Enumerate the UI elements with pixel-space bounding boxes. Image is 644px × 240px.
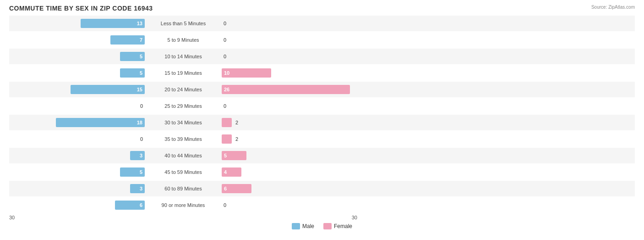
female-bar bbox=[222, 134, 232, 144]
row-label: Less than 5 Minutes bbox=[147, 21, 220, 26]
source-text: Source: ZipAtlas.com bbox=[591, 5, 635, 10]
male-zero-label: 0 bbox=[140, 103, 143, 109]
male-bar: 3 bbox=[130, 184, 145, 193]
male-section: 5 bbox=[9, 65, 147, 81]
female-section: 4 bbox=[220, 164, 357, 180]
female-zero-label: 0 bbox=[224, 202, 226, 208]
male-bar: 5 bbox=[120, 52, 145, 61]
row-label: 60 to 89 Minutes bbox=[147, 186, 220, 191]
table-row: 3 40 to 44 Minutes 5 bbox=[9, 148, 635, 163]
female-value-inside: 10 bbox=[222, 70, 232, 76]
axis-right: 30 bbox=[220, 215, 357, 220]
male-section: 3 bbox=[9, 148, 147, 163]
female-section: 0 bbox=[220, 197, 357, 213]
table-row: 5 15 to 19 Minutes 10 bbox=[9, 65, 635, 81]
chart-title: COMMUTE TIME BY SEX IN ZIP CODE 16943 bbox=[9, 5, 635, 12]
row-label: 10 to 14 Minutes bbox=[147, 54, 220, 59]
axis-left-value: 30 bbox=[9, 215, 15, 220]
female-zero-label: 0 bbox=[224, 21, 226, 26]
table-row: 0 25 to 29 Minutes 0 bbox=[9, 98, 635, 114]
male-section: 15 bbox=[9, 82, 147, 97]
male-section: 5 bbox=[9, 164, 147, 180]
female-section: 10 bbox=[220, 65, 357, 81]
row-label: 30 to 34 Minutes bbox=[147, 120, 220, 125]
table-row: 18 30 to 34 Minutes 2 bbox=[9, 115, 635, 130]
female-section: 5 bbox=[220, 148, 357, 163]
row-label: 35 to 39 Minutes bbox=[147, 136, 220, 142]
male-bar: 3 bbox=[130, 151, 145, 160]
axis-left: 30 bbox=[9, 215, 147, 220]
female-section: 26 bbox=[220, 82, 357, 97]
male-bar: 5 bbox=[120, 167, 145, 177]
male-value-inside: 18 bbox=[135, 120, 145, 125]
male-section: 3 bbox=[9, 181, 147, 196]
female-value-label: 2 bbox=[235, 120, 238, 125]
table-row: 7 5 to 9 Minutes 0 bbox=[9, 32, 635, 48]
male-section: 7 bbox=[9, 32, 147, 48]
table-row: 6 90 or more Minutes 0 bbox=[9, 197, 635, 213]
female-zero-label: 0 bbox=[224, 37, 226, 43]
table-row: 13 Less than 5 Minutes 0 bbox=[9, 16, 635, 31]
axis-row: 30 30 bbox=[9, 215, 635, 220]
female-bar: 26 bbox=[222, 85, 350, 94]
legend-male: Male bbox=[292, 223, 314, 229]
male-value-inside: 13 bbox=[135, 21, 145, 26]
female-section: 0 bbox=[220, 49, 357, 64]
female-bar bbox=[222, 118, 232, 127]
table-row: 5 10 to 14 Minutes 0 bbox=[9, 49, 635, 64]
row-label: 25 to 29 Minutes bbox=[147, 103, 220, 109]
female-value-inside: 6 bbox=[222, 186, 229, 191]
male-section: 18 bbox=[9, 115, 147, 130]
female-section: 2 bbox=[220, 115, 357, 130]
male-value-inside: 5 bbox=[137, 169, 145, 175]
table-row: 5 45 to 59 Minutes 4 bbox=[9, 164, 635, 180]
male-value-inside: 3 bbox=[137, 186, 145, 191]
legend: Male Female bbox=[9, 223, 635, 229]
female-bar: 10 bbox=[222, 68, 271, 78]
row-label: 20 to 24 Minutes bbox=[147, 87, 220, 92]
female-value-inside: 26 bbox=[222, 87, 232, 92]
male-bar: 13 bbox=[81, 19, 145, 28]
legend-male-color bbox=[292, 223, 300, 229]
axis-right-value: 30 bbox=[352, 215, 357, 220]
male-value-inside: 15 bbox=[135, 87, 145, 92]
female-section: 0 bbox=[220, 16, 357, 31]
table-row: 0 35 to 39 Minutes 2 bbox=[9, 131, 635, 147]
legend-male-label: Male bbox=[302, 223, 314, 229]
female-zero-label: 0 bbox=[224, 54, 226, 59]
male-zero-label: 0 bbox=[140, 136, 143, 142]
legend-female-label: Female bbox=[334, 223, 352, 229]
male-section: 5 bbox=[9, 49, 147, 64]
legend-female: Female bbox=[323, 223, 352, 229]
male-section: 0 bbox=[9, 98, 147, 114]
female-bar: 4 bbox=[222, 167, 241, 177]
table-row: 15 20 to 24 Minutes 26 bbox=[9, 82, 635, 97]
male-bar: 7 bbox=[110, 35, 145, 45]
male-value-inside: 7 bbox=[137, 37, 145, 43]
male-value-inside: 5 bbox=[137, 54, 145, 59]
female-bar: 5 bbox=[222, 151, 246, 160]
female-zero-label: 0 bbox=[224, 103, 226, 109]
bars-area: 13 Less than 5 Minutes 0 7 5 bbox=[9, 16, 635, 213]
male-bar: 18 bbox=[56, 118, 145, 127]
chart-container: COMMUTE TIME BY SEX IN ZIP CODE 16943 So… bbox=[0, 0, 644, 240]
row-label: 15 to 19 Minutes bbox=[147, 70, 220, 76]
female-section: 6 bbox=[220, 181, 357, 196]
male-value-inside: 6 bbox=[137, 202, 145, 208]
female-value-inside: 4 bbox=[222, 169, 229, 175]
male-value-inside: 5 bbox=[137, 70, 145, 76]
row-label: 45 to 59 Minutes bbox=[147, 169, 220, 175]
female-section: 0 bbox=[220, 98, 357, 114]
male-section: 6 bbox=[9, 197, 147, 213]
female-value-label: 2 bbox=[235, 136, 238, 142]
male-bar: 6 bbox=[115, 201, 145, 210]
row-label: 90 or more Minutes bbox=[147, 202, 220, 208]
male-value-inside: 3 bbox=[137, 153, 145, 158]
table-row: 3 60 to 89 Minutes 6 bbox=[9, 181, 635, 196]
row-label: 40 to 44 Minutes bbox=[147, 153, 220, 158]
male-bar: 15 bbox=[71, 85, 145, 94]
female-bar: 6 bbox=[222, 184, 251, 193]
female-section: 0 bbox=[220, 32, 357, 48]
male-section: 13 bbox=[9, 16, 147, 31]
female-value-inside: 5 bbox=[222, 153, 229, 158]
